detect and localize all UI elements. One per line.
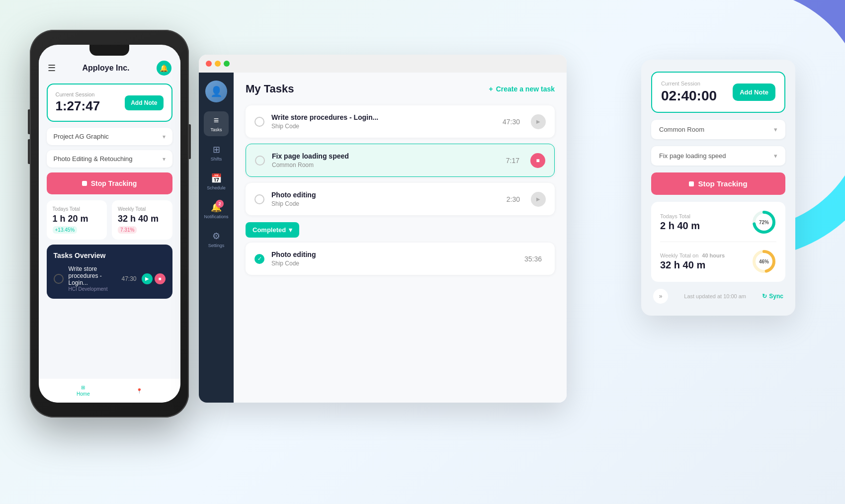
completed-section: Completed ▾ — [246, 222, 555, 238]
completed-task-1-time: 35:36 — [524, 255, 542, 263]
task-list: Write store procedures - Login... Ship C… — [246, 105, 555, 215]
avatar-icon: 👤 — [210, 85, 223, 97]
task-2-sub: Common Room — [272, 162, 499, 168]
phone-side-button-2 — [28, 139, 30, 164]
task-row-1: Write store procedures - Login... Ship C… — [246, 105, 555, 138]
sidebar: 👤 ≡ Tasks ⊞ Shifts 📅 Schedule 🔔 2 Notifi… — [199, 73, 234, 403]
phone-add-note-button[interactable]: Add Note — [125, 95, 163, 110]
task-2-info: Fix page loading speed Common Room — [272, 152, 499, 168]
phone-menu-icon[interactable]: ☰ — [48, 63, 56, 74]
task-2-stop-button[interactable]: ■ — [530, 153, 545, 168]
rp-weekly-stat: Weekly Total on 40 hours 32 h 40 m 46% — [660, 249, 776, 274]
task-1-radio[interactable] — [254, 117, 264, 127]
sidebar-item-tasks[interactable]: ≡ Tasks — [204, 111, 229, 136]
rp-project-dropdown[interactable]: Common Room ▾ — [651, 120, 785, 139]
phone-task-dropdown[interactable]: Photo Editing & Retouching ▾ — [47, 150, 172, 168]
rp-task-value: Fix page loading speed — [659, 152, 726, 160]
sidebar-settings-label: Settings — [208, 243, 225, 248]
notification-badge: 2 — [216, 200, 224, 208]
phone-todays-label: Todays Total — [53, 206, 101, 212]
task-3-sub: Ship Code — [271, 200, 500, 207]
phone-tasks-overview: Tasks Overview Write store procedures - … — [47, 245, 172, 299]
task-2-radio[interactable] — [255, 156, 265, 166]
completed-chevron-icon: ▾ — [289, 226, 292, 234]
task-1-sub: Ship Code — [271, 123, 496, 130]
task-1-info: Write store procedures - Login... Ship C… — [271, 113, 496, 130]
rp-footer-arrow-button[interactable]: » — [653, 289, 668, 304]
settings-icon: ⚙ — [212, 231, 220, 242]
rp-stop-icon — [689, 181, 694, 186]
completed-task-1-sub: Ship Code — [271, 260, 517, 267]
phone-task-name: Write store procedures - Login... — [69, 265, 117, 286]
sidebar-notifications-label: Notifications — [204, 214, 228, 219]
rp-todays-label: Todays Total — [660, 213, 700, 219]
rp-session-card: Current Session 02:40:00 Add Note — [651, 72, 785, 113]
phone-weekly-badge: 7.31% — [118, 226, 137, 234]
phone-header: ☰ Apploye Inc. 🔔 — [39, 56, 180, 79]
completed-task-list: ✓ Photo editing Ship Code 35:36 — [246, 243, 555, 275]
rp-session-label: Current Session — [661, 81, 717, 86]
completed-toggle-button[interactable]: Completed ▾ — [246, 222, 299, 238]
titlebar-minimize-dot[interactable] — [215, 61, 221, 67]
task-3-info: Photo editing Ship Code — [271, 191, 500, 207]
phone-task-sub: HCI Development — [69, 286, 117, 292]
right-panel: Current Session 02:40:00 Add Note Common… — [641, 60, 795, 316]
phone-todays-stat: Todays Total 1 h 20 m +13.45% — [47, 200, 107, 240]
phone-stats-row: Todays Total 1 h 20 m +13.45% Weekly Tot… — [47, 200, 172, 240]
task-3-radio[interactable] — [254, 194, 264, 204]
tasks-icon: ≡ — [214, 115, 219, 126]
phone-dynamic-island — [89, 45, 129, 56]
phone-task-radio[interactable] — [54, 274, 64, 284]
rp-todays-percent-label: 72% — [759, 220, 769, 225]
sidebar-item-schedule[interactable]: 📅 Schedule — [204, 169, 229, 194]
rp-todays-donut: 72% — [752, 210, 776, 235]
phone-home-icon: ⊞ — [81, 385, 85, 390]
phone-nav-location[interactable]: 📍 — [136, 388, 142, 394]
phone-task-play-icon[interactable]: ▶ — [142, 273, 153, 284]
shifts-icon: ⊞ — [213, 144, 220, 155]
rp-add-note-button[interactable]: Add Note — [733, 84, 775, 101]
sync-icon: ↻ — [762, 293, 767, 300]
titlebar-close-dot[interactable] — [206, 61, 212, 67]
rp-task-dropdown[interactable]: Fix page loading speed ▾ — [651, 146, 785, 166]
task-row-2: Fix page loading speed Common Room 7:17 … — [246, 144, 555, 177]
rp-stop-tracking-button[interactable]: Stop Tracking — [651, 172, 785, 195]
task-row-3: Photo editing Ship Code 2:30 ▶ — [246, 183, 555, 215]
rp-todays-value: 2 h 40 m — [660, 220, 700, 232]
completed-task-1-radio[interactable]: ✓ — [254, 254, 264, 264]
rp-sync-button[interactable]: ↻ Sync — [762, 293, 783, 300]
sidebar-tasks-label: Tasks — [210, 127, 222, 132]
phone-task-time: 47:30 — [121, 275, 136, 282]
sidebar-shifts-label: Shifts — [211, 157, 222, 162]
phone-project-dropdown[interactable]: Project AG Graphic ▾ — [47, 128, 172, 145]
rp-weekly-donut: 46% — [752, 249, 776, 274]
phone-weekly-label: Weekly Total — [118, 206, 167, 212]
titlebar-maximize-dot[interactable] — [224, 61, 230, 67]
create-task-button[interactable]: + Create a new task — [489, 85, 555, 93]
main-title: My Tasks — [246, 83, 294, 95]
titlebar — [199, 55, 567, 73]
phone-task-item: Write store procedures - Login... HCI De… — [54, 265, 166, 292]
phone-bell-icon[interactable]: 🔔 — [157, 61, 171, 76]
task-1-play-button[interactable]: ▶ — [531, 114, 546, 129]
schedule-icon: 📅 — [211, 173, 222, 184]
sidebar-item-notifications[interactable]: 🔔 2 Notifications — [204, 198, 229, 223]
task-3-play-button[interactable]: ▶ — [531, 192, 546, 207]
phone-side-button-1 — [28, 109, 30, 134]
sidebar-item-settings[interactable]: ⚙ Settings — [204, 227, 229, 252]
task-1-time: 47:30 — [503, 118, 520, 126]
phone-task-chevron-icon: ▾ — [163, 156, 166, 163]
rp-task-chevron-icon: ▾ — [774, 152, 777, 160]
task-3-name: Photo editing — [271, 191, 500, 199]
completed-task-row-1: ✓ Photo editing Ship Code 35:36 — [246, 243, 555, 275]
phone-todays-badge: +13.45% — [53, 226, 78, 234]
phone-stop-icon — [82, 181, 87, 186]
phone-nav-home-label: Home — [77, 391, 90, 397]
rp-weekly-label: Weekly Total on 40 hours — [660, 252, 725, 258]
phone-task-stop-icon[interactable]: ■ — [155, 273, 166, 284]
phone-nav-home[interactable]: ⊞ Home — [77, 385, 90, 397]
phone-stop-tracking-button[interactable]: Stop Tracking — [47, 172, 172, 194]
sidebar-item-shifts[interactable]: ⊞ Shifts — [204, 140, 229, 165]
phone-task-value: Photo Editing & Retouching — [54, 155, 133, 163]
phone-weekly-stat: Weekly Total 32 h 40 m 7.31% — [112, 200, 172, 240]
